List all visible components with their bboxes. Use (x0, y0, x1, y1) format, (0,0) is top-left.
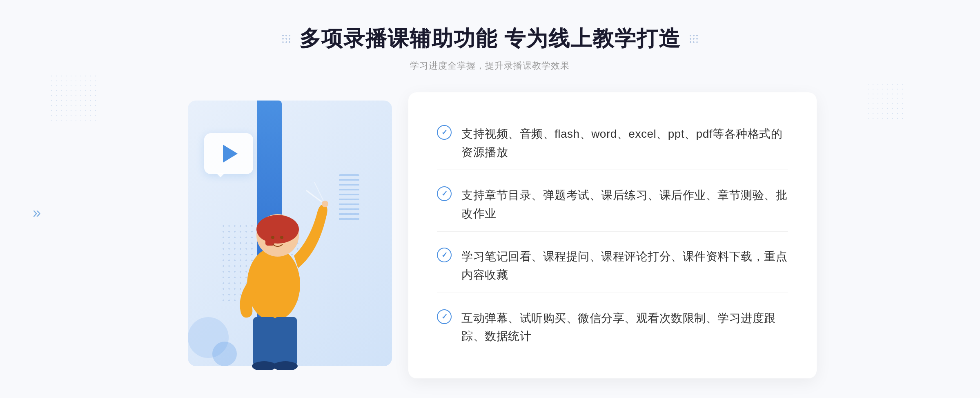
arrow-left-decoration: » (33, 204, 38, 221)
features-area: ✓ 支持视频、音频、flash、word、excel、ppt、pdf等各种格式的… (408, 92, 817, 378)
feature-text-1: 支持视频、音频、flash、word、excel、ppt、pdf等各种格式的资源… (461, 125, 788, 162)
page-subtitle: 学习进度全掌握，提升录播课教学效果 (281, 60, 699, 72)
check-circle-4: ✓ (437, 309, 452, 324)
header-title-row: 多项录播课辅助功能 专为线上教学打造 (281, 25, 699, 53)
illustration-area (163, 92, 408, 378)
feature-item-4: ✓ 互动弹幕、试听购买、微信分享、观看次数限制、学习进度跟踪、数据统计 (437, 301, 788, 354)
svg-point-10 (322, 201, 328, 207)
check-circle-2: ✓ (437, 186, 452, 201)
feature-item-1: ✓ 支持视频、音频、flash、word、excel、ppt、pdf等各种格式的… (437, 117, 788, 170)
dots-decoration-left (49, 74, 98, 123)
circle-small (212, 342, 237, 366)
svg-rect-7 (274, 317, 297, 366)
svg-point-2 (256, 215, 299, 244)
check-mark-1: ✓ (441, 129, 448, 136)
svg-point-0 (247, 248, 300, 321)
page-title: 多项录播课辅助功能 专为线上教学打造 (299, 25, 681, 53)
feature-item-3: ✓ 学习笔记回看、课程提问、课程评论打分、课件资料下载，重点内容收藏 (437, 239, 788, 293)
check-circle-3: ✓ (437, 248, 452, 262)
stripes-decoration (339, 174, 359, 223)
dots-decoration-right (866, 82, 906, 123)
feature-text-2: 支持章节目录、弹题考试、课后练习、课后作业、章节测验、批改作业 (461, 186, 788, 223)
svg-rect-3 (265, 225, 274, 246)
dot-grid-right (689, 34, 699, 44)
svg-point-4 (271, 236, 274, 239)
character-illustration (212, 158, 335, 370)
dot-grid-left (281, 34, 291, 44)
check-mark-4: ✓ (441, 313, 448, 320)
check-circle-1: ✓ (437, 125, 452, 140)
main-content: ✓ 支持视频、音频、flash、word、excel、ppt、pdf等各种格式的… (163, 92, 817, 378)
check-mark-2: ✓ (441, 190, 448, 197)
svg-rect-6 (253, 317, 276, 366)
feature-text-3: 学习笔记回看、课程提问、课程评论打分、课件资料下载，重点内容收藏 (461, 248, 788, 284)
feature-text-4: 互动弹幕、试听购买、微信分享、观看次数限制、学习进度跟踪、数据统计 (461, 309, 788, 346)
check-mark-3: ✓ (441, 251, 448, 259)
feature-item-2: ✓ 支持章节目录、弹题考试、课后练习、课后作业、章节测验、批改作业 (437, 178, 788, 232)
page-container: » 多项录播课辅助功能 专为线上教学打造 学习进度全掌握，提升录播课教学效果 (0, 0, 980, 398)
header-section: 多项录播课辅助功能 专为线上教学打造 学习进度全掌握，提升录播课教学效果 (281, 25, 699, 72)
svg-point-5 (280, 236, 283, 239)
